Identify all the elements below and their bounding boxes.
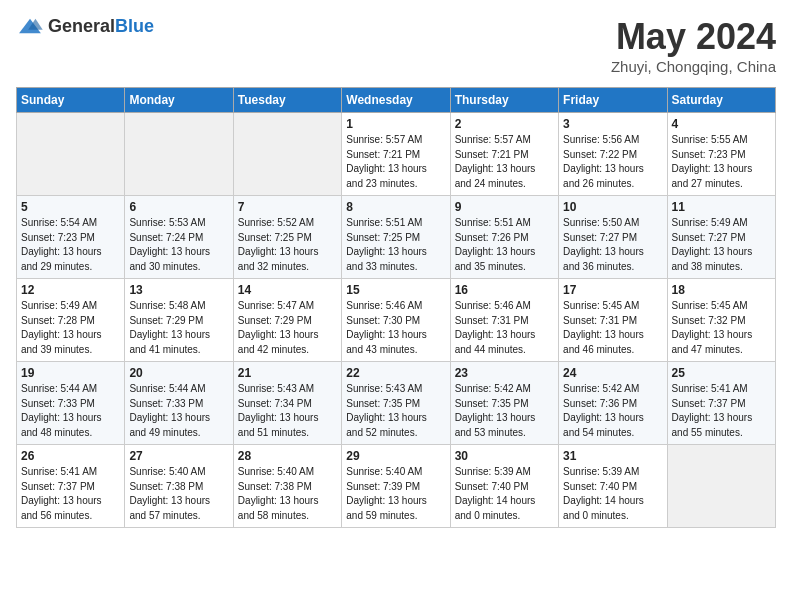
day-info: Sunrise: 5:43 AMSunset: 7:35 PMDaylight:… xyxy=(346,382,445,440)
day-info: Sunrise: 5:50 AMSunset: 7:27 PMDaylight:… xyxy=(563,216,662,274)
day-info: Sunrise: 5:48 AMSunset: 7:29 PMDaylight:… xyxy=(129,299,228,357)
day-number: 1 xyxy=(346,117,445,131)
calendar-cell: 9Sunrise: 5:51 AMSunset: 7:26 PMDaylight… xyxy=(450,196,558,279)
day-info: Sunrise: 5:41 AMSunset: 7:37 PMDaylight:… xyxy=(21,465,120,523)
logo-text: GeneralBlue xyxy=(48,16,154,37)
title-month: May 2024 xyxy=(611,16,776,58)
day-info: Sunrise: 5:56 AMSunset: 7:22 PMDaylight:… xyxy=(563,133,662,191)
day-number: 19 xyxy=(21,366,120,380)
logo-general: General xyxy=(48,16,115,36)
day-info: Sunrise: 5:39 AMSunset: 7:40 PMDaylight:… xyxy=(455,465,554,523)
calendar-cell: 29Sunrise: 5:40 AMSunset: 7:39 PMDayligh… xyxy=(342,445,450,528)
weekday-header: Monday xyxy=(125,88,233,113)
calendar-table: SundayMondayTuesdayWednesdayThursdayFrid… xyxy=(16,87,776,528)
day-info: Sunrise: 5:42 AMSunset: 7:35 PMDaylight:… xyxy=(455,382,554,440)
calendar-cell xyxy=(125,113,233,196)
day-number: 4 xyxy=(672,117,771,131)
day-info: Sunrise: 5:41 AMSunset: 7:37 PMDaylight:… xyxy=(672,382,771,440)
calendar-cell: 18Sunrise: 5:45 AMSunset: 7:32 PMDayligh… xyxy=(667,279,775,362)
calendar-week-row: 1Sunrise: 5:57 AMSunset: 7:21 PMDaylight… xyxy=(17,113,776,196)
calendar-cell: 19Sunrise: 5:44 AMSunset: 7:33 PMDayligh… xyxy=(17,362,125,445)
logo: GeneralBlue xyxy=(16,16,154,37)
day-info: Sunrise: 5:46 AMSunset: 7:30 PMDaylight:… xyxy=(346,299,445,357)
calendar-week-row: 12Sunrise: 5:49 AMSunset: 7:28 PMDayligh… xyxy=(17,279,776,362)
day-number: 27 xyxy=(129,449,228,463)
day-info: Sunrise: 5:49 AMSunset: 7:27 PMDaylight:… xyxy=(672,216,771,274)
day-number: 17 xyxy=(563,283,662,297)
calendar-cell: 31Sunrise: 5:39 AMSunset: 7:40 PMDayligh… xyxy=(559,445,667,528)
day-info: Sunrise: 5:49 AMSunset: 7:28 PMDaylight:… xyxy=(21,299,120,357)
calendar-cell: 15Sunrise: 5:46 AMSunset: 7:30 PMDayligh… xyxy=(342,279,450,362)
calendar-week-row: 19Sunrise: 5:44 AMSunset: 7:33 PMDayligh… xyxy=(17,362,776,445)
day-number: 14 xyxy=(238,283,337,297)
day-info: Sunrise: 5:51 AMSunset: 7:25 PMDaylight:… xyxy=(346,216,445,274)
calendar-week-row: 5Sunrise: 5:54 AMSunset: 7:23 PMDaylight… xyxy=(17,196,776,279)
calendar-cell: 28Sunrise: 5:40 AMSunset: 7:38 PMDayligh… xyxy=(233,445,341,528)
day-info: Sunrise: 5:57 AMSunset: 7:21 PMDaylight:… xyxy=(346,133,445,191)
day-number: 31 xyxy=(563,449,662,463)
day-number: 9 xyxy=(455,200,554,214)
calendar-cell: 24Sunrise: 5:42 AMSunset: 7:36 PMDayligh… xyxy=(559,362,667,445)
day-number: 13 xyxy=(129,283,228,297)
calendar-cell: 11Sunrise: 5:49 AMSunset: 7:27 PMDayligh… xyxy=(667,196,775,279)
day-number: 23 xyxy=(455,366,554,380)
calendar-cell: 21Sunrise: 5:43 AMSunset: 7:34 PMDayligh… xyxy=(233,362,341,445)
logo-blue: Blue xyxy=(115,16,154,36)
day-number: 3 xyxy=(563,117,662,131)
day-info: Sunrise: 5:44 AMSunset: 7:33 PMDaylight:… xyxy=(129,382,228,440)
calendar-cell: 20Sunrise: 5:44 AMSunset: 7:33 PMDayligh… xyxy=(125,362,233,445)
day-info: Sunrise: 5:40 AMSunset: 7:38 PMDaylight:… xyxy=(129,465,228,523)
day-info: Sunrise: 5:45 AMSunset: 7:31 PMDaylight:… xyxy=(563,299,662,357)
day-info: Sunrise: 5:43 AMSunset: 7:34 PMDaylight:… xyxy=(238,382,337,440)
day-number: 18 xyxy=(672,283,771,297)
weekday-header: Saturday xyxy=(667,88,775,113)
day-number: 6 xyxy=(129,200,228,214)
day-info: Sunrise: 5:39 AMSunset: 7:40 PMDaylight:… xyxy=(563,465,662,523)
day-number: 24 xyxy=(563,366,662,380)
calendar-cell: 1Sunrise: 5:57 AMSunset: 7:21 PMDaylight… xyxy=(342,113,450,196)
day-number: 29 xyxy=(346,449,445,463)
calendar-cell: 25Sunrise: 5:41 AMSunset: 7:37 PMDayligh… xyxy=(667,362,775,445)
day-info: Sunrise: 5:51 AMSunset: 7:26 PMDaylight:… xyxy=(455,216,554,274)
day-info: Sunrise: 5:40 AMSunset: 7:39 PMDaylight:… xyxy=(346,465,445,523)
calendar-cell: 14Sunrise: 5:47 AMSunset: 7:29 PMDayligh… xyxy=(233,279,341,362)
day-number: 2 xyxy=(455,117,554,131)
day-number: 12 xyxy=(21,283,120,297)
day-info: Sunrise: 5:45 AMSunset: 7:32 PMDaylight:… xyxy=(672,299,771,357)
day-info: Sunrise: 5:44 AMSunset: 7:33 PMDaylight:… xyxy=(21,382,120,440)
calendar-cell: 22Sunrise: 5:43 AMSunset: 7:35 PMDayligh… xyxy=(342,362,450,445)
day-info: Sunrise: 5:54 AMSunset: 7:23 PMDaylight:… xyxy=(21,216,120,274)
calendar-week-row: 26Sunrise: 5:41 AMSunset: 7:37 PMDayligh… xyxy=(17,445,776,528)
calendar-cell: 13Sunrise: 5:48 AMSunset: 7:29 PMDayligh… xyxy=(125,279,233,362)
weekday-header: Friday xyxy=(559,88,667,113)
day-number: 8 xyxy=(346,200,445,214)
day-info: Sunrise: 5:53 AMSunset: 7:24 PMDaylight:… xyxy=(129,216,228,274)
day-info: Sunrise: 5:46 AMSunset: 7:31 PMDaylight:… xyxy=(455,299,554,357)
weekday-header: Sunday xyxy=(17,88,125,113)
calendar-cell xyxy=(667,445,775,528)
calendar-cell: 17Sunrise: 5:45 AMSunset: 7:31 PMDayligh… xyxy=(559,279,667,362)
day-info: Sunrise: 5:57 AMSunset: 7:21 PMDaylight:… xyxy=(455,133,554,191)
calendar-cell: 26Sunrise: 5:41 AMSunset: 7:37 PMDayligh… xyxy=(17,445,125,528)
day-number: 20 xyxy=(129,366,228,380)
weekday-header: Thursday xyxy=(450,88,558,113)
day-number: 28 xyxy=(238,449,337,463)
calendar-cell: 30Sunrise: 5:39 AMSunset: 7:40 PMDayligh… xyxy=(450,445,558,528)
logo-icon xyxy=(16,17,44,37)
page-header: GeneralBlue May 2024 Zhuyi, Chongqing, C… xyxy=(16,16,776,75)
day-number: 10 xyxy=(563,200,662,214)
calendar-cell: 4Sunrise: 5:55 AMSunset: 7:23 PMDaylight… xyxy=(667,113,775,196)
calendar-cell: 27Sunrise: 5:40 AMSunset: 7:38 PMDayligh… xyxy=(125,445,233,528)
weekday-header-row: SundayMondayTuesdayWednesdayThursdayFrid… xyxy=(17,88,776,113)
day-number: 16 xyxy=(455,283,554,297)
day-number: 30 xyxy=(455,449,554,463)
weekday-header: Tuesday xyxy=(233,88,341,113)
calendar-cell: 16Sunrise: 5:46 AMSunset: 7:31 PMDayligh… xyxy=(450,279,558,362)
calendar-cell: 6Sunrise: 5:53 AMSunset: 7:24 PMDaylight… xyxy=(125,196,233,279)
day-number: 25 xyxy=(672,366,771,380)
calendar-cell xyxy=(233,113,341,196)
day-info: Sunrise: 5:47 AMSunset: 7:29 PMDaylight:… xyxy=(238,299,337,357)
calendar-cell: 23Sunrise: 5:42 AMSunset: 7:35 PMDayligh… xyxy=(450,362,558,445)
title-block: May 2024 Zhuyi, Chongqing, China xyxy=(611,16,776,75)
calendar-cell: 5Sunrise: 5:54 AMSunset: 7:23 PMDaylight… xyxy=(17,196,125,279)
